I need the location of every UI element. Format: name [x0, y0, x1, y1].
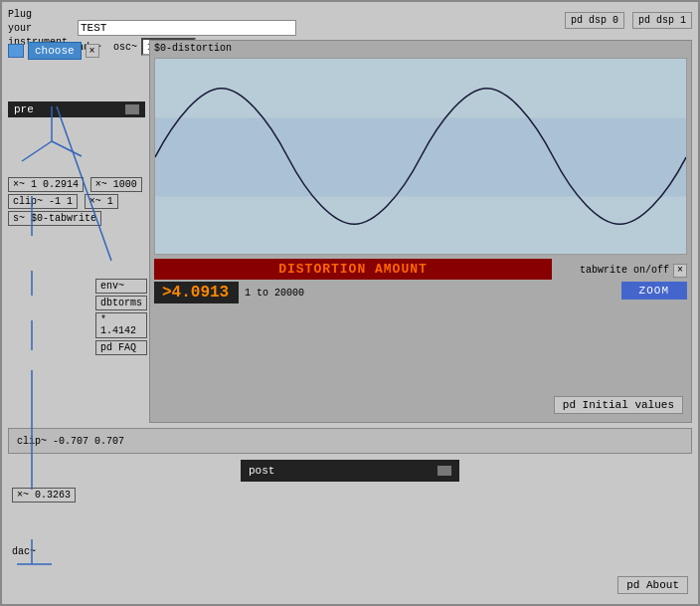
distortion-header: DISTORTION AMOUNT	[154, 259, 552, 280]
amount-value: 4.0913	[172, 284, 230, 302]
clip-bottom-bar: clip~ -0.707 0.707	[8, 428, 692, 454]
main-window: Plug your instrument adc~ osc~ 102.45 Hz…	[0, 0, 700, 606]
pd-dsp-1-label: pd dsp 1	[638, 15, 686, 26]
post-label: post	[249, 465, 274, 477]
zoom-button[interactable]: ZOOM	[621, 282, 687, 300]
pd-about-button[interactable]: pd About	[617, 576, 688, 594]
multiply-3-label: ×~ 1	[89, 196, 113, 207]
distortion-title: $0-distortion	[150, 41, 691, 56]
pre-label: pre	[14, 103, 34, 115]
clip-bottom-label: clip~ -0.707 0.707	[17, 436, 124, 447]
multiply-2-label: ×~ 1000	[95, 179, 137, 190]
pd-dsp-0-label: pd dsp 0	[571, 15, 618, 26]
pd-dsp-1-box: pd dsp 1	[632, 12, 692, 29]
amount-range: 1 to 20000	[245, 288, 304, 299]
close-icon[interactable]: ×	[86, 44, 99, 58]
pd-initial-button[interactable]: pd Initial values	[554, 396, 683, 414]
pd-dsp-0-box: pd dsp 0	[565, 12, 624, 29]
tabwrite-x-icon[interactable]: ×	[673, 264, 687, 278]
dac-label: dac~	[12, 546, 36, 557]
waveform-svg	[155, 59, 686, 254]
multiply-4-label: * 1.4142	[100, 314, 136, 336]
post-bar: post	[241, 460, 459, 482]
multiply-1-label: ×~ 1 0.2914	[13, 179, 79, 190]
tabwrite-on-off-label: tabwrite on/off	[580, 265, 669, 276]
test-input[interactable]	[78, 20, 296, 36]
clip-label: clip~ -1 1	[13, 196, 73, 207]
choose-button[interactable]: choose	[28, 42, 82, 60]
multiply-post-label: ×~ 0.3263	[17, 490, 71, 501]
multiply-post-obj: ×~ 0.3263	[12, 488, 76, 503]
amount-value-display: >4.0913	[154, 282, 239, 303]
tabwrite-label: s~ $0-tabwrite	[13, 213, 96, 224]
dbtorms-label: dbtorms	[100, 298, 142, 308]
wave-display	[154, 58, 687, 255]
pd-faq-button[interactable]: pd FAQ	[95, 340, 147, 355]
env-label: env~	[100, 281, 124, 292]
